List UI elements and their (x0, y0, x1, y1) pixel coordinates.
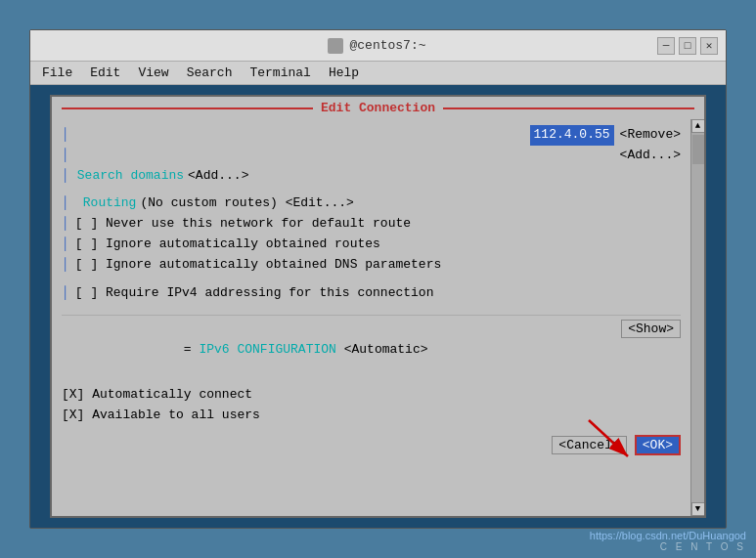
search-domains-add[interactable]: <Add...> (188, 166, 248, 187)
ipv6-eq: = (184, 342, 200, 357)
left-bar3: │ (62, 166, 69, 187)
window-title: @centos7:~ (349, 38, 425, 53)
ipv6-auto: <Automatic> (336, 342, 428, 357)
auto-connect-row: [X] Automatically connect (62, 385, 681, 406)
title-dash-right (443, 107, 694, 109)
terminal-area: Edit Connection │ 112.4.0.55 <Remove> (30, 85, 726, 528)
add-btn[interactable]: <Add...> (620, 146, 681, 166)
search-domains-label: Search domains (77, 166, 184, 187)
routing-value[interactable]: (No custom routes) <Edit...> (140, 193, 353, 214)
edit-connection-dialog: Edit Connection │ 112.4.0.55 <Remove> (50, 95, 706, 518)
titlebar-center: @centos7:~ (328, 38, 425, 54)
spacer-row3 (62, 303, 681, 311)
show-button[interactable]: <Show> (621, 320, 681, 338)
left-bar7: │ (62, 255, 69, 276)
search-domains-row: │ Search domains <Add...> (62, 166, 681, 187)
spacer-row5 (62, 425, 681, 435)
close-button[interactable]: ✕ (700, 37, 718, 55)
cancel-button[interactable]: <Cancel> (552, 436, 626, 454)
menu-help[interactable]: Help (321, 64, 367, 82)
watermark-url: https://blog.csdn.net/DuHuangod (590, 530, 746, 541)
remove-btn[interactable]: <Remove> (620, 125, 681, 146)
ipv6-config-label: IPv6 CONFIGURATION (199, 342, 335, 357)
left-bar4: │ (62, 193, 69, 214)
dialog-titlebar: Edit Connection (52, 97, 704, 119)
scrollbar-thumb[interactable] (692, 135, 704, 164)
menubar: File Edit View Search Terminal Help (30, 62, 726, 85)
auto-connect[interactable]: [X] Automatically connect (62, 385, 252, 406)
titlebar-icon (328, 38, 343, 54)
routing-label: Routing (83, 193, 137, 214)
menu-terminal[interactable]: Terminal (242, 64, 318, 82)
menu-view[interactable]: View (130, 64, 176, 82)
left-bar5: │ (62, 214, 69, 235)
checkbox-row3: │ [ ] Ignore automatically obtained DNS … (62, 255, 681, 276)
maximize-button[interactable]: □ (679, 37, 696, 55)
menu-search[interactable]: Search (179, 64, 241, 82)
title-dash-left (62, 107, 313, 109)
checkbox-row2: │ [ ] Ignore automatically obtained rout… (62, 235, 681, 255)
left-bar-indicator: │ (62, 125, 69, 146)
titlebar-controls: ─ □ ✕ (657, 37, 718, 55)
scrollbar-up[interactable]: ▲ (691, 119, 705, 133)
minimize-button[interactable]: ─ (657, 37, 675, 55)
available-users[interactable]: [X] Available to all users (62, 406, 260, 426)
watermark-brand: C E N T O S (590, 541, 746, 552)
menu-edit[interactable]: Edit (82, 64, 128, 82)
scrollbar-down[interactable]: ▼ (691, 502, 705, 516)
add-row: │ <Add...> (62, 146, 681, 166)
available-users-row: [X] Available to all users (62, 406, 681, 426)
ipv6-label: = IPv6 CONFIGURATION <Automatic> (62, 320, 428, 380)
spacer1 (71, 125, 530, 146)
checkbox1[interactable]: [ ] Never use this network for default r… (75, 214, 411, 235)
ipv6-row: = IPv6 CONFIGURATION <Automatic> <Show> (62, 320, 681, 380)
require-ipv4[interactable]: [ ] Require IPv4 addressing for this con… (75, 283, 434, 304)
checkbox2[interactable]: [ ] Ignore automatically obtained routes (75, 235, 380, 255)
watermark: https://blog.csdn.net/DuHuangod C E N T … (590, 530, 746, 552)
ip-value[interactable]: 112.4.0.55 (530, 125, 614, 146)
checkbox-row1: │ [ ] Never use this network for default… (62, 214, 681, 235)
left-bar6: │ (62, 235, 69, 255)
left-bar2: │ (62, 146, 69, 166)
dialog-title: Edit Connection (313, 101, 443, 115)
dialog-scroll-container: │ 112.4.0.55 <Remove> │ <Add...> (52, 119, 704, 516)
dialog-content[interactable]: │ 112.4.0.55 <Remove> │ <Add...> (52, 119, 690, 516)
spacer-row1 (62, 186, 681, 193)
spacer-row2 (62, 276, 681, 283)
footer-buttons-row: <Cancel> <OK> (62, 435, 681, 455)
scrollbar-track[interactable]: ▲ ▼ (690, 119, 704, 516)
spacer2 (71, 146, 620, 166)
left-bar-row: │ 112.4.0.55 <Remove> (62, 125, 681, 146)
ok-button[interactable]: <OK> (635, 435, 681, 455)
spacer4 (71, 193, 83, 214)
content-area: │ 112.4.0.55 <Remove> │ <Add...> (62, 125, 681, 455)
hr1 (62, 315, 681, 316)
titlebar: @centos7:~ ─ □ ✕ (30, 30, 726, 62)
require-ipv4-row: │ [ ] Require IPv4 addressing for this c… (62, 283, 681, 304)
routing-row: │ Routing (No custom routes) <Edit...> (62, 193, 681, 214)
terminal-window: @centos7:~ ─ □ ✕ File Edit View Search T… (29, 29, 727, 529)
left-bar8: │ (62, 283, 69, 304)
checkbox3[interactable]: [ ] Ignore automatically obtained DNS pa… (75, 255, 441, 276)
menu-file[interactable]: File (34, 64, 80, 82)
